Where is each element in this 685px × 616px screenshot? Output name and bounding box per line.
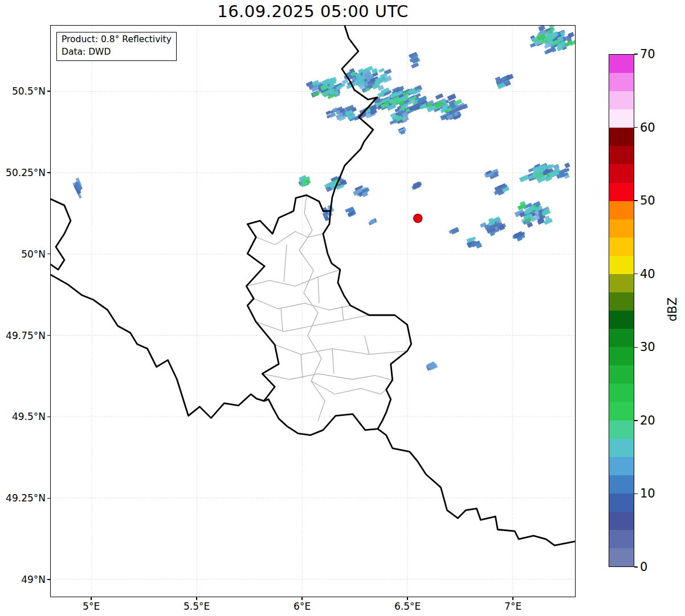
colorbar-segment: [609, 238, 634, 256]
colorbar-segment: [609, 347, 634, 365]
admin-border-path: [256, 231, 323, 244]
colorbar-tick-mark: [634, 274, 638, 275]
product-line: Product: 0.8° Reflectivity: [62, 34, 172, 46]
y-tick-mark: [47, 579, 50, 580]
colorbar-tick-label: 0: [640, 560, 647, 574]
x-tick-mark: [407, 597, 407, 600]
x-tick-mark: [196, 597, 197, 600]
echo-cell: [435, 93, 443, 100]
echo-cell: [564, 162, 570, 168]
colorbar-segment: [609, 91, 634, 109]
echo-cell: [411, 62, 419, 68]
colorbar-segment: [609, 146, 634, 164]
colorbar-tick-mark: [634, 347, 638, 348]
radar-site-dot: [414, 214, 422, 223]
admin-border-path: [275, 345, 407, 354]
colorbar-tick-label: 30: [640, 340, 655, 354]
colorbar-segment: [609, 475, 634, 493]
colorbar-segment: [609, 128, 634, 146]
colorbar-tick-label: 50: [640, 193, 655, 208]
colorbar-segment: [609, 421, 634, 439]
echo-cell: [447, 93, 456, 101]
admin-border-path: [246, 270, 340, 286]
admin-border-path: [256, 315, 369, 332]
y-tick-mark: [47, 417, 50, 417]
colorbar-segment: [609, 365, 634, 384]
colorbar-segment: [609, 183, 634, 201]
colorbar-segment: [609, 55, 634, 73]
y-tick-label: 49.75°N: [0, 329, 46, 342]
x-tick-mark: [91, 597, 91, 600]
colorbar-segment: [609, 274, 634, 292]
colorbar-segment: [609, 530, 634, 548]
admin-border-path: [332, 349, 334, 374]
y-tick-label: 50°N: [0, 248, 46, 260]
colorbar-tick-mark: [634, 54, 638, 55]
y-tick-mark: [47, 91, 50, 91]
map-plot-area: Product: 0.8° Reflectivity Data: DWD: [50, 25, 576, 597]
colorbar: [609, 54, 634, 567]
echo-cell: [519, 174, 529, 182]
admin-border-path: [342, 306, 344, 320]
colorbar-label: dBZ: [666, 297, 679, 321]
colorbar-tick-label: 20: [640, 413, 655, 428]
colorbar-segment: [609, 512, 634, 530]
x-tick-label: 6°E: [276, 601, 328, 612]
colorbar-tick-mark: [634, 566, 638, 568]
x-tick-label: 5.5°E: [171, 601, 222, 612]
colorbar-segment: [609, 164, 634, 182]
colorbar-segment: [609, 457, 634, 475]
y-tick-mark: [47, 254, 50, 254]
admin-border-path: [365, 336, 369, 354]
gridlines: [51, 26, 575, 597]
figure-title: 16.09.2025 05:00 UTC: [50, 2, 576, 21]
colorbar-tick-label: 70: [640, 47, 655, 62]
colorbar-segment: [609, 219, 634, 238]
colorbar-segment: [609, 439, 634, 457]
radar-echoes: [72, 26, 575, 370]
colorbar-tick-mark: [634, 493, 638, 495]
colorbar-segment: [609, 256, 634, 274]
colorbar-segment: [609, 493, 634, 512]
x-tick-label: 6.5°E: [382, 601, 433, 612]
admin-border-path: [281, 309, 283, 332]
colorbar-segment: [609, 201, 634, 219]
x-tick-mark: [512, 597, 513, 600]
colorbar-tick-label: 60: [640, 120, 655, 135]
colorbar-tick-label: 40: [640, 267, 655, 282]
admin-border-path: [284, 244, 287, 282]
colorbar-segment: [609, 292, 634, 311]
colorbar-segment: [609, 73, 634, 91]
country-border-path: [378, 429, 575, 546]
country-borders: [51, 26, 575, 545]
colorbar-segment: [609, 548, 634, 566]
x-tick-mark: [301, 597, 302, 600]
colorbar-tick-label: 10: [640, 486, 655, 501]
colorbar-segment: [609, 329, 634, 347]
y-tick-mark: [47, 498, 50, 499]
colorbar-segment: [609, 311, 634, 329]
admin-border-path: [262, 374, 393, 380]
colorbar-tick-mark: [634, 127, 638, 128]
y-tick-mark: [47, 172, 50, 173]
map-canvas: [51, 26, 575, 597]
admin-border-path: [318, 277, 319, 303]
y-tick-label: 49.5°N: [0, 410, 46, 423]
colorbar-tick-mark: [634, 420, 638, 421]
colorbar-tick-mark: [634, 200, 638, 201]
radar-figure: 16.09.2025 05:00 UTC Product: 0.8° Refle…: [0, 0, 685, 616]
x-tick-label: 7°E: [487, 601, 539, 612]
colorbar-segment: [609, 384, 634, 402]
admin-border-path: [311, 381, 386, 394]
y-tick-label: 49°N: [0, 573, 46, 586]
y-tick-mark: [47, 335, 50, 336]
data-source-line: Data: DWD: [62, 46, 172, 59]
product-info-box: Product: 0.8° Reflectivity Data: DWD: [56, 32, 177, 61]
colorbar-segment: [609, 109, 634, 128]
y-tick-label: 50.25°N: [0, 166, 46, 179]
x-tick-label: 5°E: [66, 601, 117, 612]
radar-site-marker: [414, 214, 422, 223]
colorbar-segment: [609, 402, 634, 420]
y-tick-label: 49.25°N: [0, 492, 46, 504]
echo-cell: [378, 68, 385, 73]
